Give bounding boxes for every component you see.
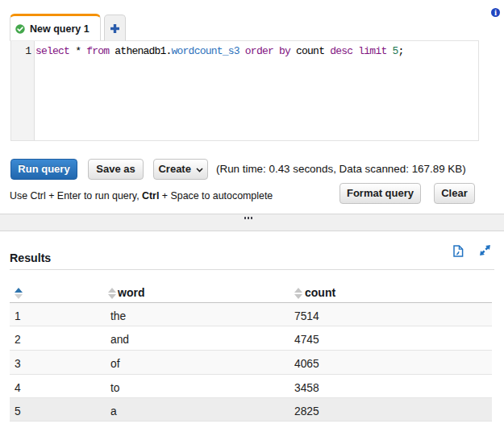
svg-text:i: i	[494, 8, 497, 17]
